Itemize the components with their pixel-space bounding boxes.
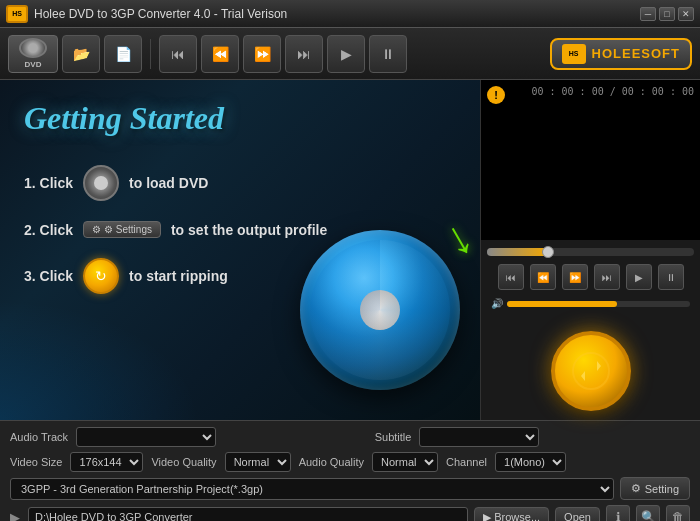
disc-graphic: ↓ — [300, 230, 460, 390]
skip-start-button[interactable]: ⏮ — [159, 35, 197, 73]
play-button[interactable]: ▶ — [327, 35, 365, 73]
step1-suffix: to load DVD — [129, 175, 208, 191]
playback-controls: ⏮ ⏪ ⏩ ⏭ ▶ ⏸ — [487, 264, 694, 290]
volume-slider[interactable] — [507, 301, 690, 307]
open-button[interactable]: Open — [555, 507, 600, 521]
title-bar-left: HS Holee DVD to 3GP Converter 4.0 - Tria… — [6, 5, 287, 23]
video-size-label: Video Size — [10, 456, 62, 468]
step2-prefix: 2. Click — [24, 222, 73, 238]
audio-subtitle-row: Audio Track Subtitle — [10, 427, 690, 447]
rewind-button[interactable]: ⏪ — [201, 35, 239, 73]
subtitle-select[interactable] — [419, 427, 539, 447]
preview-screen: ! 00 : 00 : 00 / 00 : 00 : 00 — [481, 80, 700, 240]
open-file-button[interactable]: 📄 — [104, 35, 142, 73]
settings-gear-icon: ⚙ — [631, 482, 641, 495]
pause-button[interactable]: ⏸ — [369, 35, 407, 73]
subtitle-label: Subtitle — [375, 431, 412, 443]
video-panel: Getting Started 1. Click to load DVD 2. … — [0, 80, 480, 420]
channel-select[interactable]: 1(Mono) — [495, 452, 566, 472]
bottom-controls: Audio Track Subtitle Video Size 176x144 … — [0, 420, 700, 521]
path-row: ▶ D:\Holee DVD to 3GP Converter ▶ Browse… — [10, 505, 690, 521]
title-bar: HS Holee DVD to 3GP Converter 4.0 - Tria… — [0, 0, 700, 28]
settings-label: ⚙ Settings — [104, 224, 152, 235]
delete-button[interactable]: 🗑 — [666, 505, 690, 521]
step1-prefix: 1. Click — [24, 175, 73, 191]
video-size-select[interactable]: 176x144 — [70, 452, 143, 472]
dvd-disc-icon — [19, 38, 47, 58]
step1-dvd-icon[interactable] — [83, 165, 119, 201]
output-path-display: D:\Holee DVD to 3GP Converter — [28, 507, 468, 521]
skip-end-button[interactable]: ⏭ — [285, 35, 323, 73]
convert-arrow-small: ↻ — [95, 268, 107, 284]
open-label: Open — [564, 511, 591, 521]
folder-icon: ▶ — [10, 510, 20, 522]
format-row: 3GPP - 3rd Generation Partnership Projec… — [10, 477, 690, 500]
preview-panel: ! 00 : 00 : 00 / 00 : 00 : 00 ⏮ ⏪ ⏩ ⏭ ▶ … — [480, 80, 700, 420]
title-logo: HS — [6, 5, 28, 23]
preview-play-button[interactable]: ▶ — [626, 264, 652, 290]
step2-settings-button[interactable]: ⚙ ⚙ Settings — [83, 221, 161, 238]
browse-arrow-icon: ▶ — [483, 511, 491, 522]
warning-icon: ! — [487, 86, 505, 104]
toolbar: DVD 📂 📄 ⏮ ⏪ ⏩ ⏭ ▶ ⏸ HS HOLEESOFT — [0, 28, 700, 80]
separator-1 — [150, 39, 151, 69]
prev-chapter-button[interactable]: ⏮ — [498, 264, 524, 290]
preview-controls: ⏮ ⏪ ⏩ ⏭ ▶ ⏸ 🔊 — [481, 240, 700, 420]
audio-quality-select[interactable]: Normal — [372, 452, 438, 472]
svg-point-0 — [573, 353, 609, 389]
dvd-center — [94, 176, 108, 190]
disc-shimmer — [310, 240, 450, 380]
hs-logo-icon: HS — [562, 44, 586, 64]
next-chapter-button[interactable]: ⏭ — [594, 264, 620, 290]
next-frame-button[interactable]: ⏩ — [562, 264, 588, 290]
convert-arrows-icon — [571, 351, 611, 391]
search-button[interactable]: 🔍 — [636, 505, 660, 521]
gear-icon: ⚙ — [92, 224, 101, 235]
audio-track-select[interactable] — [76, 427, 216, 447]
info-button[interactable]: ℹ — [606, 505, 630, 521]
app-title: Holee DVD to 3GP Converter 4.0 - Trial V… — [34, 7, 287, 21]
video-quality-label: Video Quality — [151, 456, 216, 468]
open-folder-button[interactable]: 📂 — [62, 35, 100, 73]
audio-quality-label: Audio Quality — [299, 456, 364, 468]
volume-icon: 🔊 — [491, 298, 503, 309]
close-button[interactable]: ✕ — [678, 7, 694, 21]
convert-button[interactable] — [551, 331, 631, 411]
window-controls: ─ □ ✕ — [640, 7, 694, 21]
time-display: 00 : 00 : 00 / 00 : 00 : 00 — [531, 86, 694, 97]
maximize-button[interactable]: □ — [659, 7, 675, 21]
step-1-row: 1. Click to load DVD — [24, 165, 456, 201]
disc-container: ↓ — [300, 230, 460, 390]
setting-button[interactable]: ⚙ Setting — [620, 477, 690, 500]
fast-forward-button[interactable]: ⏩ — [243, 35, 281, 73]
quality-row: Video Size 176x144 Video Quality Normal … — [10, 452, 690, 472]
step3-prefix: 3. Click — [24, 268, 73, 284]
step3-suffix: to start ripping — [129, 268, 228, 284]
main-content: Getting Started 1. Click to load DVD 2. … — [0, 80, 700, 420]
getting-started-title: Getting Started — [24, 100, 456, 137]
progress-thumb[interactable] — [542, 246, 554, 258]
volume-fill — [507, 301, 617, 307]
settings-btn-label: Setting — [645, 483, 679, 495]
step3-convert-icon[interactable]: ↻ — [83, 258, 119, 294]
video-quality-select[interactable]: Normal — [225, 452, 291, 472]
dvd-button[interactable]: DVD — [8, 35, 58, 73]
channel-label: Channel — [446, 456, 487, 468]
hs-logo-name: HOLEESOFT — [592, 46, 680, 61]
browse-label: Browse... — [494, 511, 540, 521]
volume-control: 🔊 — [487, 298, 694, 309]
disc-outer — [300, 230, 460, 390]
holeesoft-brand-logo: HS HOLEESOFT — [550, 38, 692, 70]
audio-track-label: Audio Track — [10, 431, 68, 443]
format-select[interactable]: 3GPP - 3rd Generation Partnership Projec… — [10, 478, 614, 500]
minimize-button[interactable]: ─ — [640, 7, 656, 21]
prev-frame-button[interactable]: ⏪ — [530, 264, 556, 290]
browse-button[interactable]: ▶ Browse... — [474, 507, 549, 522]
progress-fill — [487, 248, 549, 256]
progress-bar[interactable] — [487, 248, 694, 256]
convert-btn-wrapper — [487, 321, 694, 411]
dvd-label: DVD — [25, 60, 42, 69]
dvd-load-icon — [83, 165, 119, 201]
preview-pause-button[interactable]: ⏸ — [658, 264, 684, 290]
